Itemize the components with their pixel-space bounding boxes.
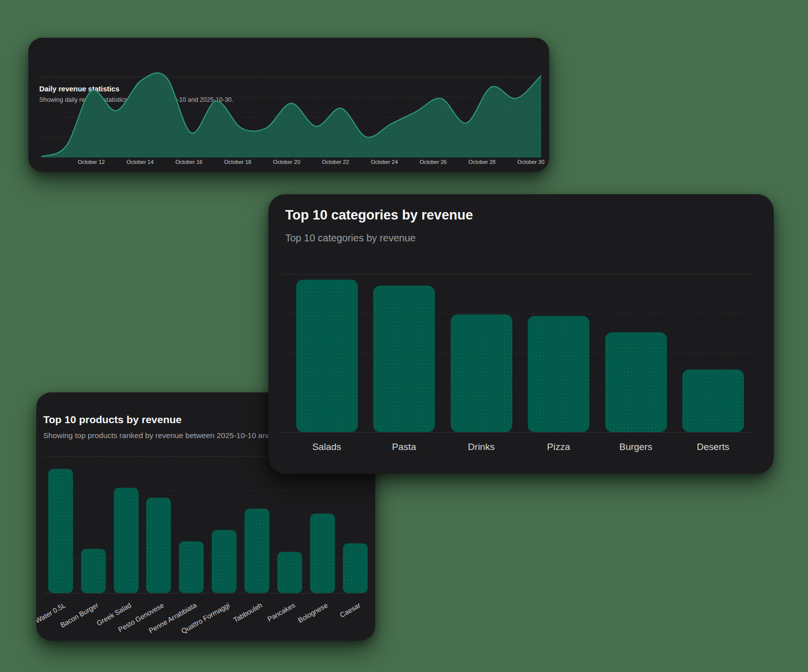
x-axis-label: Drinks bbox=[468, 442, 495, 452]
bar-pancakes[interactable] bbox=[277, 552, 302, 593]
x-axis-line bbox=[44, 593, 368, 594]
daily-revenue-area-chart[interactable]: October 12October 14October 16October 18… bbox=[28, 38, 549, 172]
x-axis-label: October 24 bbox=[371, 159, 398, 165]
x-axis-label: Pizza bbox=[547, 442, 570, 452]
bar-quattro-formaggi[interactable] bbox=[212, 530, 237, 593]
x-axis-label: Pancakes bbox=[266, 601, 296, 623]
bar-bolognese[interactable] bbox=[310, 514, 335, 593]
x-axis-label: Deserts bbox=[697, 442, 729, 452]
x-axis-label: October 26 bbox=[419, 159, 446, 165]
x-axis-label: October 28 bbox=[469, 159, 495, 165]
revenue-area-series bbox=[41, 73, 541, 158]
x-axis-label: October 18 bbox=[224, 159, 251, 165]
x-axis-label: Tabbouleh bbox=[232, 601, 263, 624]
bar-penne-arrabbiata[interactable] bbox=[179, 541, 204, 593]
top-categories-bar-chart[interactable]: SaladsPastaDrinksPizzaBurgersDeserts bbox=[268, 194, 774, 474]
gridline bbox=[44, 491, 368, 491]
x-axis-label: October 12 bbox=[78, 159, 104, 165]
daily-revenue-card: Daily revenue statistics Showing daily r… bbox=[28, 38, 549, 172]
x-axis-label: Pasta bbox=[392, 442, 416, 452]
x-axis-label: Burgers bbox=[619, 442, 652, 452]
bar-tabbouleh[interactable] bbox=[244, 509, 269, 593]
bar-deserts[interactable] bbox=[682, 370, 744, 432]
bar-pizza[interactable] bbox=[528, 316, 589, 432]
bar-salads[interactable] bbox=[296, 280, 358, 432]
x-axis-label: October 16 bbox=[175, 159, 202, 165]
bar-burgers[interactable] bbox=[605, 332, 667, 432]
bar-pesto-genovese[interactable] bbox=[146, 498, 171, 593]
top-categories-card: Top 10 categories by revenue Top 10 cate… bbox=[268, 194, 774, 474]
x-axis-label: October 22 bbox=[322, 159, 349, 165]
x-axis-label: October 30 bbox=[517, 159, 544, 165]
x-axis-label: Caesar bbox=[338, 601, 362, 619]
bar-bacon-burger[interactable] bbox=[81, 549, 106, 593]
x-axis-label: Salads bbox=[312, 442, 341, 452]
x-axis-line bbox=[282, 432, 754, 433]
x-axis-label: October 20 bbox=[273, 159, 300, 165]
bar-drinks[interactable] bbox=[451, 314, 512, 432]
gridline bbox=[282, 274, 754, 275]
bar-greek-salad[interactable] bbox=[114, 488, 139, 593]
bar-caesar[interactable] bbox=[343, 543, 368, 593]
analytics-dashboard: { "page": { "background_color": "#47704e… bbox=[0, 0, 808, 672]
x-axis-label: October 14 bbox=[127, 159, 154, 165]
bar-pasta[interactable] bbox=[373, 286, 435, 432]
x-axis-label: Bolognese bbox=[297, 601, 329, 624]
bar-water-0-5l[interactable] bbox=[48, 469, 73, 593]
